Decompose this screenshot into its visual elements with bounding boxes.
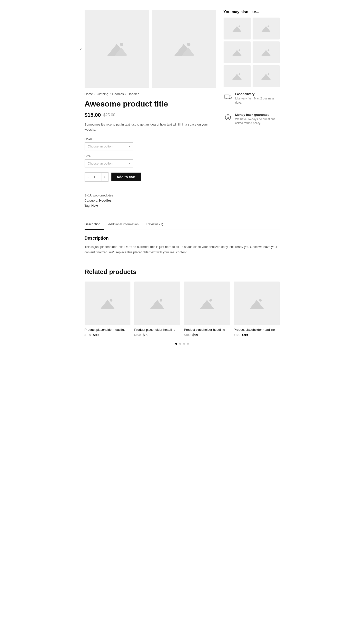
- quantity-increase-button[interactable]: +: [102, 173, 108, 181]
- breadcrumb-home[interactable]: Home: [85, 92, 93, 96]
- related-img-icon-3: [200, 298, 214, 309]
- svg-point-8: [268, 26, 269, 27]
- related-product-name-2: Product placeholder headline: [134, 328, 180, 332]
- related-product-price-1: $100 $99: [85, 333, 130, 337]
- image-placeholder-icon-1: [107, 41, 127, 56]
- svg-point-19: [225, 98, 226, 99]
- price-current: $15.00: [85, 112, 101, 118]
- left-column: ‹ Home: [85, 10, 216, 209]
- sidebar-product-5[interactable]: [224, 65, 251, 87]
- size-select[interactable]: Choose an option S M L XL: [85, 159, 133, 167]
- related-product-old-price-1: $100: [85, 333, 91, 337]
- color-select[interactable]: Choose an option Red Blue Green: [85, 142, 133, 150]
- related-product-3[interactable]: Product placeholder headline $100 $99: [184, 282, 230, 337]
- size-select-wrapper: Choose an option S M L XL: [85, 159, 133, 167]
- related-product-2[interactable]: Product placeholder headline $100 $99: [134, 282, 180, 337]
- breadcrumb-current: Hoodies: [128, 92, 139, 96]
- tab-reviews[interactable]: Reviews (1): [143, 219, 167, 230]
- money-back-title: Money back guarantee: [235, 113, 280, 117]
- related-product-old-price-4: $100: [234, 333, 240, 337]
- svg-marker-27: [150, 300, 165, 309]
- svg-marker-31: [249, 300, 264, 309]
- sku-value: woo-vneck-tee: [93, 194, 113, 197]
- fast-delivery-description: Like very fast. Max 2 business days.: [235, 97, 280, 105]
- svg-marker-17: [261, 74, 271, 80]
- prev-image-button[interactable]: ‹: [80, 46, 82, 52]
- sidebar-grid: [224, 18, 280, 87]
- breadcrumb-sep-2: /: [110, 92, 111, 96]
- related-product-new-price-2: $99: [143, 333, 148, 337]
- sidebar-img-icon-2: [261, 25, 271, 32]
- related-product-name-1: Product placeholder headline: [85, 328, 130, 332]
- related-img-icon-1: [100, 298, 115, 309]
- sidebar-product-1[interactable]: [224, 18, 251, 39]
- truck-icon: [224, 92, 232, 101]
- related-product-old-price-3: $100: [184, 333, 191, 337]
- color-select-wrapper: Choose an option Red Blue Green: [85, 142, 133, 150]
- related-product-price-2: $100 $99: [134, 333, 180, 337]
- carousel-dot-1[interactable]: [175, 343, 177, 345]
- related-img-icon-2: [150, 298, 165, 309]
- price-original: $25.00: [103, 113, 115, 117]
- breadcrumb-clothing[interactable]: Clothing: [97, 92, 108, 96]
- cart-row: - + Add to cart: [85, 172, 216, 182]
- carousel-dot-2[interactable]: [179, 343, 181, 345]
- color-option-group: Color Choose an option Red Blue Green: [85, 137, 216, 150]
- color-label: Color: [85, 137, 216, 141]
- guarantees-section: Fast delivery Like very fast. Max 2 busi…: [224, 92, 280, 129]
- money-back-text: Money back guarantee We have 14-days no …: [235, 113, 280, 126]
- related-product-price-4: $100 $99: [234, 333, 280, 337]
- truck-svg: [224, 94, 232, 100]
- tag-row: Tag: New: [85, 204, 216, 208]
- breadcrumb: Home / Clothing / Hoodies / Hoodies: [85, 92, 216, 96]
- related-product-1[interactable]: Product placeholder headline $100 $99: [85, 282, 130, 337]
- fast-delivery-text: Fast delivery Like very fast. Max 2 busi…: [235, 92, 280, 105]
- carousel-dot-3[interactable]: [183, 343, 185, 345]
- sidebar-product-6[interactable]: [253, 65, 280, 87]
- size-label: Size: [85, 154, 216, 158]
- quantity-decrease-button[interactable]: -: [85, 173, 92, 181]
- category-row: Category: Hoodies: [85, 199, 216, 202]
- sidebar-product-4[interactable]: [253, 41, 280, 63]
- money-back-icon: [224, 113, 232, 122]
- description-heading: Description: [85, 236, 280, 241]
- add-to-cart-button[interactable]: Add to cart: [111, 173, 141, 181]
- svg-marker-29: [200, 300, 214, 309]
- svg-marker-13: [261, 50, 271, 56]
- top-section: ‹ Home: [85, 10, 280, 209]
- carousel-dot-4[interactable]: [187, 343, 189, 345]
- quantity-input[interactable]: [92, 173, 102, 181]
- tab-content-description: Description This is just placeholder tex…: [85, 230, 280, 261]
- tab-additional-information[interactable]: Additional information: [104, 219, 143, 230]
- sidebar-img-icon-3: [232, 49, 242, 56]
- product-image-1: [85, 10, 149, 88]
- svg-point-16: [268, 73, 269, 75]
- svg-marker-7: [232, 26, 242, 32]
- breadcrumb-hoodies[interactable]: Hoodies: [112, 92, 124, 96]
- svg-point-24: [110, 299, 112, 302]
- sku-row: SKU: woo-vneck-tee: [85, 194, 216, 197]
- related-product-new-price-1: $99: [93, 333, 99, 337]
- svg-point-14: [239, 73, 240, 75]
- size-option-group: Size Choose an option S M L XL: [85, 154, 216, 167]
- tab-description[interactable]: Description: [85, 219, 104, 230]
- sku-label: SKU:: [85, 194, 92, 197]
- svg-point-26: [159, 299, 162, 302]
- svg-marker-15: [232, 74, 242, 80]
- svg-rect-18: [224, 95, 229, 98]
- breadcrumb-sep-1: /: [94, 92, 95, 96]
- related-product-old-price-2: $100: [134, 333, 141, 337]
- sidebar-product-2[interactable]: [253, 18, 280, 39]
- related-product-new-price-3: $99: [192, 333, 198, 337]
- related-product-name-4: Product placeholder headline: [234, 328, 280, 332]
- svg-point-12: [268, 50, 269, 51]
- svg-point-3: [187, 43, 190, 46]
- sidebar-product-3[interactable]: [224, 41, 251, 63]
- sidebar-title: You may also like...: [224, 10, 280, 14]
- sidebar-img-icon-4: [261, 49, 271, 56]
- tabs-section: Description Additional information Revie…: [85, 219, 280, 261]
- related-product-4[interactable]: Product placeholder headline $100 $99: [234, 282, 280, 337]
- tag-label: Tag:: [85, 204, 91, 208]
- breadcrumb-sep-3: /: [125, 92, 126, 96]
- quantity-wrapper: - +: [85, 172, 108, 182]
